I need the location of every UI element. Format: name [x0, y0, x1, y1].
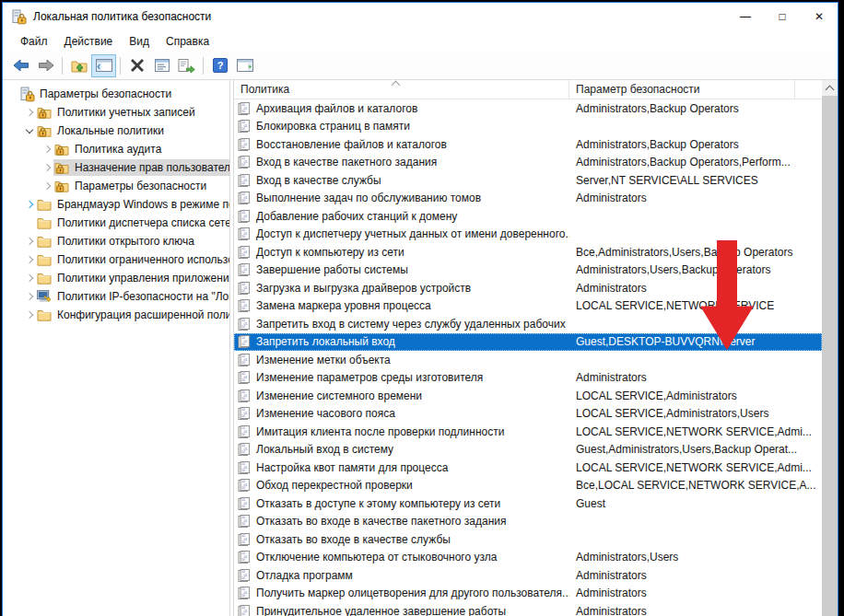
close-button[interactable]: ✕	[801, 3, 838, 30]
policy-name: Вход в качестве службы	[256, 174, 381, 187]
chevron-right-icon[interactable]	[23, 257, 36, 262]
chevron-right-icon[interactable]	[23, 275, 36, 281]
tree-item[interactable]: Политики управления приложениями	[3, 269, 229, 287]
tree-item[interactable]: Назначение прав пользователя	[3, 158, 229, 177]
tree-item[interactable]: Политики ограниченного использования про…	[3, 250, 229, 269]
policy-name: Доступ к диспетчеру учетных данных от им…	[256, 227, 569, 240]
chevron-down-icon[interactable]	[23, 130, 36, 133]
scrollbar-thumb[interactable]	[822, 96, 838, 616]
policy-row[interactable]: 100110Блокировка страниц в памяти	[234, 118, 822, 136]
policy-row[interactable]: 100110Имитация клиента после проверки по…	[234, 423, 822, 441]
delete-icon[interactable]	[124, 54, 149, 77]
policy-row[interactable]: 100110Получить маркер олицетворения для …	[234, 585, 822, 603]
policy-name: Запретить локальный вход	[256, 335, 395, 348]
policy-row[interactable]: 100110Локальный вход в системуGuest,Admi…	[234, 441, 822, 459]
svg-text:10: 10	[241, 361, 245, 365]
tree-item-content[interactable]: Политики учетных записей	[36, 104, 198, 121]
tree-item[interactable]: Политики учетных записей	[3, 103, 229, 122]
policy-row[interactable]: 100110Отказать во входе в качестве служб…	[234, 530, 822, 549]
folder-icon	[37, 308, 53, 322]
policy-row[interactable]: 100110Принудительное удаленное завершени…	[234, 602, 822, 616]
policy-row[interactable]: 100110Изменение часового поясаLOCAL SERV…	[234, 405, 822, 424]
tree-item-content[interactable]: Политики ограниченного использования про…	[36, 251, 230, 268]
scroll-up-icon[interactable]	[822, 80, 838, 96]
policy-value-cell: Administrators	[569, 605, 822, 616]
menu-bar: ФайлДействиеВидСправка	[3, 30, 838, 52]
tree-item[interactable]: Брандмауэр Windows в режиме повышенной б…	[3, 195, 229, 214]
policy-row[interactable]: 100110Настройка квот памяти для процесса…	[234, 459, 822, 477]
chevron-right-icon[interactable]	[23, 238, 36, 244]
tree-selection[interactable]: Назначение прав пользователя	[53, 159, 230, 176]
app-icon	[11, 9, 27, 25]
tree-item-content[interactable]: Конфигурация расширенной политики аудита	[36, 307, 230, 323]
policy-row[interactable]: 100110Вход в качестве службыServer,NT SE…	[234, 171, 822, 190]
policy-row[interactable]: 100110Отказать во входе в качестве пакет…	[234, 513, 822, 531]
tree-item-content[interactable]: Политики управления приложениями	[36, 270, 230, 286]
chevron-right-icon[interactable]	[23, 312, 36, 318]
policy-icon: 100110	[238, 497, 251, 510]
chevron-right-icon[interactable]	[23, 294, 36, 299]
policy-row[interactable]: 100110Обход перекрестной проверкиВсе,LOC…	[234, 477, 822, 495]
tree-item[interactable]: Политики диспетчера списка сетей	[3, 214, 229, 232]
tree-item-content[interactable]: Политики диспетчера списка сетей	[36, 215, 230, 231]
policy-icon: 100110	[238, 210, 251, 223]
tree-item-content[interactable]: Локальные политики	[36, 122, 167, 139]
folder-lock-icon	[54, 179, 70, 193]
svg-text:10: 10	[241, 594, 245, 598]
policy-value-cell: Administrators,Users,Backup Operators	[569, 263, 822, 276]
tree-item[interactable]: Политики открытого ключа	[3, 232, 229, 250]
menu-item[interactable]: Вид	[121, 32, 158, 51]
help-icon[interactable]: ?	[207, 54, 232, 77]
column-header-empty[interactable]	[795, 80, 822, 99]
tree-item-content[interactable]: Политика аудита	[53, 141, 164, 157]
tree-item-content[interactable]: Политики открытого ключа	[36, 233, 197, 250]
menu-item[interactable]: Действие	[56, 32, 122, 51]
chevron-right-icon[interactable]	[41, 183, 53, 189]
menu-item[interactable]: Справка	[158, 32, 217, 51]
policy-row[interactable]: 100110Архивация файлов и каталоговAdmini…	[234, 99, 822, 118]
policy-row[interactable]: 100110Изменение параметров среды изготов…	[234, 369, 822, 388]
policy-icon: 100110	[238, 425, 251, 438]
policy-row[interactable]: 100110Изменение метки объекта	[234, 351, 822, 369]
forward-icon[interactable]	[33, 54, 58, 77]
policy-row[interactable]: 100110Добавление рабочих станций к домен…	[234, 207, 822, 226]
policy-row[interactable]: 100110Изменение системного времениLOCAL …	[234, 387, 822, 405]
chevron-right-icon[interactable]	[23, 202, 36, 207]
tree-item[interactable]: Локальные политики	[3, 122, 229, 140]
tree-item-content[interactable]: Параметры безопасности	[53, 178, 209, 194]
policy-row[interactable]: 100110Отключение компьютера от стыковочн…	[234, 549, 822, 567]
chevron-right-icon[interactable]	[41, 165, 53, 170]
tree-item[interactable]: Параметры безопасности	[3, 177, 229, 195]
tree-item-content[interactable]: Параметры безопасности	[18, 86, 174, 102]
tree-item[interactable]: Параметры безопасности	[3, 85, 229, 103]
tree-item[interactable]: Политика аудита	[3, 140, 229, 158]
menu-item[interactable]: Файл	[12, 32, 56, 51]
policy-row[interactable]: 100110Восстановление файлов и каталоговA…	[234, 135, 822, 154]
chevron-right-icon[interactable]	[23, 110, 36, 115]
properties-icon[interactable]	[149, 54, 174, 77]
policy-row[interactable]: 100110Отладка программAdministrators	[234, 566, 822, 585]
tree-item-content[interactable]: Политики IP-безопасности на "Локальный к…	[36, 288, 230, 305]
vertical-scrollbar[interactable]	[822, 80, 838, 616]
column-header-policy[interactable]: Политика	[234, 80, 569, 99]
chevron-right-icon[interactable]	[41, 146, 53, 152]
policy-row[interactable]: 100110Отказать в доступе к этому компьют…	[234, 494, 822, 513]
policy-name-cell: 100110Доступ к диспетчеру учетных данных…	[234, 227, 569, 240]
policy-name-cell: 100110Добавление рабочих станций к домен…	[234, 210, 569, 223]
export-list-icon[interactable]	[174, 54, 199, 77]
policy-icon: 100110	[238, 587, 251, 599]
show-console-tree-icon[interactable]	[91, 54, 116, 77]
column-header-security-setting[interactable]: Параметр безопасности	[569, 80, 795, 99]
policy-row[interactable]: 100110Вход в качестве пакетного заданияA…	[234, 154, 822, 172]
policy-row[interactable]: 100110Выполнение задач по обслуживанию т…	[234, 190, 822, 208]
tree-item-content[interactable]: Брандмауэр Windows в режиме повышенной б…	[36, 196, 230, 213]
policy-name-cell: 100110Архивация файлов и каталогов	[234, 102, 569, 115]
policy-name: Доступ к компьютеру из сети	[256, 246, 404, 259]
maximize-button[interactable]: □	[764, 3, 801, 30]
minimize-button[interactable]: —	[727, 3, 764, 30]
show-action-pane-icon[interactable]	[232, 54, 257, 77]
tree-item[interactable]: Политики IP-безопасности на "Локальный к…	[3, 287, 229, 306]
up-one-level-icon[interactable]	[66, 54, 91, 77]
tree-item[interactable]: Конфигурация расширенной политики аудита	[3, 306, 229, 324]
back-icon[interactable]	[8, 54, 33, 77]
